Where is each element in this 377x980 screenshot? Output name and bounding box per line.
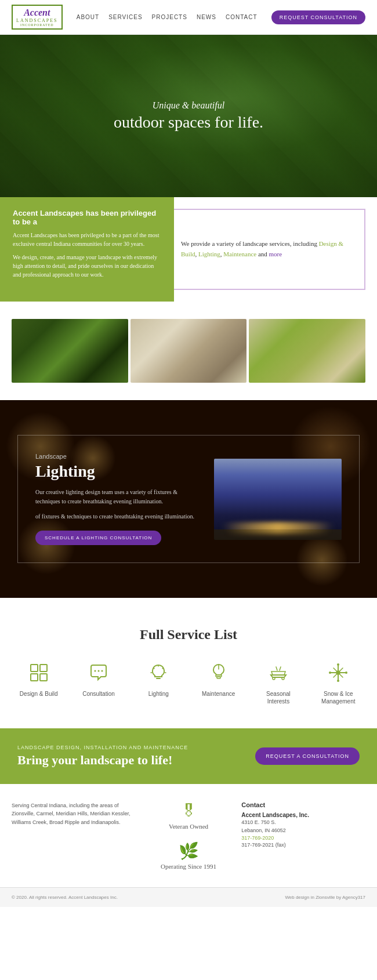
lighting-desc1: Our creative lighting design team uses a…	[35, 488, 202, 506]
lighting-desc2: of fixtures & techniques to create breat…	[35, 512, 202, 521]
nav-services[interactable]: SERVICES	[108, 14, 142, 20]
service-seasonal: Seasonal Interests	[255, 660, 302, 705]
gallery-section	[0, 302, 377, 400]
contact-phone: 317-769-2020	[241, 835, 365, 841]
footer-design-credit: Web design in Zionsville by Agency317	[285, 895, 365, 900]
contact-fax: 317-769-2021 (fax)	[241, 841, 365, 849]
intro-right: We provide a variety of landscape servic…	[168, 209, 365, 290]
nav-about[interactable]: ABOUT	[77, 14, 99, 20]
cta-button[interactable]: REQUEST A CONSULTATION	[255, 747, 360, 765]
svg-rect-1	[40, 665, 47, 672]
svg-point-10	[282, 677, 284, 680]
svg-point-9	[273, 677, 275, 680]
intro-heading: Accent Landscapes has been privileged to…	[13, 209, 161, 226]
svg-rect-2	[31, 674, 38, 681]
veteran-label: Veteran Owned	[169, 823, 208, 830]
lighting-sublabel: Landscape	[35, 453, 202, 460]
footer-top: Serving Central Indiana, including the a…	[0, 784, 377, 887]
svg-point-14	[329, 672, 331, 674]
service-lighting: Lighting	[135, 660, 182, 698]
intro-text-before: We provide a variety of landscape servic…	[181, 240, 319, 247]
service-design-build: Design & Build	[16, 660, 62, 698]
svg-point-13	[337, 680, 339, 682]
consultation-icon	[86, 660, 111, 685]
intro-section: Accent Landscapes has been privileged to…	[0, 197, 377, 302]
gallery-item-2	[130, 319, 247, 383]
svg-point-5	[97, 670, 99, 672]
footer-serving: Serving Central Indiana, including the a…	[12, 801, 136, 826]
maintenance-icon	[206, 660, 231, 685]
logo-landscapes: LANDSCAPES	[16, 18, 58, 23]
cta-left: LANDSCAPE DESIGN, INSTALLATION AND MAINT…	[17, 745, 188, 768]
link-more[interactable]: more	[269, 251, 282, 257]
hero-section: Unique & beautiful outdoor spaces for li…	[0, 35, 377, 197]
services-grid: Design & Build Consultation	[12, 660, 365, 705]
veteran-badge: 🎖 Veteran Owned	[169, 801, 208, 830]
svg-rect-0	[31, 665, 38, 672]
snow-icon	[325, 660, 351, 685]
service-snow: Snow & Ice Management	[315, 660, 361, 705]
svg-point-6	[101, 670, 103, 672]
link-maintenance[interactable]: Maintenance	[223, 251, 256, 257]
consultation-label: Consultation	[82, 690, 115, 698]
serving-text: Serving Central Indiana, including the a…	[12, 801, 136, 826]
logo: Accent LANDSCAPES INCORPORATED	[12, 5, 63, 30]
gallery-item-1	[12, 319, 128, 383]
header: Accent LANDSCAPES INCORPORATED ABOUT SER…	[0, 0, 377, 35]
svg-point-12	[337, 663, 339, 666]
lighting-image	[214, 459, 342, 540]
operating-label: Operating Since 1991	[161, 863, 216, 870]
footer-contact: Contact Accent Landscapes, Inc. 4310 E. …	[241, 801, 365, 849]
intro-body2: We design, create, and manage your lands…	[13, 253, 161, 279]
lighting-consultation-button[interactable]: SCHEDULE A LIGHTING CONSULTATION	[35, 531, 161, 545]
design-build-label: Design & Build	[20, 690, 58, 698]
gallery-image-2	[130, 319, 247, 383]
services-section: Full Service List Design & Build	[0, 598, 377, 728]
operating-badge: 🌿 Operating Since 1991	[161, 841, 216, 870]
link-lighting[interactable]: Lighting	[198, 251, 220, 257]
hero-subtitle: Unique & beautiful	[114, 100, 263, 111]
main-nav: ABOUT SERVICES PROJECTS NEWS CONTACT	[77, 14, 258, 20]
contact-address2: Lebanon, IN 46052	[241, 826, 365, 834]
lighting-section: Landscape Lighting Our creative lighting…	[0, 400, 377, 598]
gallery-item-3	[249, 319, 365, 383]
intro-right-text: We provide a variety of landscape servic…	[181, 239, 353, 259]
seasonal-label: Seasonal Interests	[255, 690, 302, 705]
footer-bottom: © 2020. All rights reserved. Accent Land…	[0, 887, 377, 907]
lighting-service-label: Lighting	[148, 690, 169, 698]
cta-title: Bring your landscape to life!	[17, 753, 188, 768]
nav-news[interactable]: NEWS	[197, 14, 216, 20]
cta-label: LANDSCAPE DESIGN, INSTALLATION AND MAINT…	[17, 745, 188, 750]
service-consultation: Consultation	[75, 660, 122, 698]
maintenance-label: Maintenance	[202, 690, 235, 698]
nav-contact[interactable]: CONTACT	[226, 14, 258, 20]
contact-title: Contact	[241, 801, 365, 808]
hero-title: outdoor spaces for life.	[114, 113, 263, 132]
veteran-icon: 🎖	[169, 801, 208, 821]
gallery-image-1	[12, 319, 128, 383]
lighting-image-wrap	[214, 459, 342, 540]
logo-sub: INCORPORATED	[20, 23, 54, 27]
svg-rect-3	[40, 674, 47, 681]
contact-name: Accent Landscapes, Inc.	[241, 812, 365, 818]
operating-icon: 🌿	[161, 841, 216, 861]
nav-projects[interactable]: PROJECTS	[152, 14, 187, 20]
services-title: Full Service List	[12, 627, 365, 643]
cta-section: LANDSCAPE DESIGN, INSTALLATION AND MAINT…	[0, 728, 377, 784]
lighting-icon	[146, 660, 171, 685]
snow-ice-label: Snow & Ice Management	[315, 690, 361, 705]
request-consultation-button[interactable]: REQUEST CONSULTATION	[271, 10, 365, 24]
contact-address1: 4310 E. 750 S.	[241, 818, 365, 826]
gallery-image-3	[249, 319, 365, 383]
footer-copyright: © 2020. All rights reserved. Accent Land…	[12, 895, 118, 900]
lighting-title: Lighting	[35, 462, 202, 481]
lighting-text: Landscape Lighting Our creative lighting…	[35, 453, 202, 545]
svg-rect-8	[217, 677, 220, 678]
logo-accent: Accent	[24, 8, 50, 18]
seasonal-icon	[266, 660, 291, 685]
svg-point-4	[94, 670, 96, 672]
intro-body1: Accent Landscapes has been privileged to…	[13, 231, 161, 248]
footer-badges: 🎖 Veteran Owned 🌿 Operating Since 1991	[147, 801, 230, 870]
design-build-icon	[26, 660, 52, 685]
intro-left: Accent Landscapes has been privileged to…	[0, 197, 174, 302]
